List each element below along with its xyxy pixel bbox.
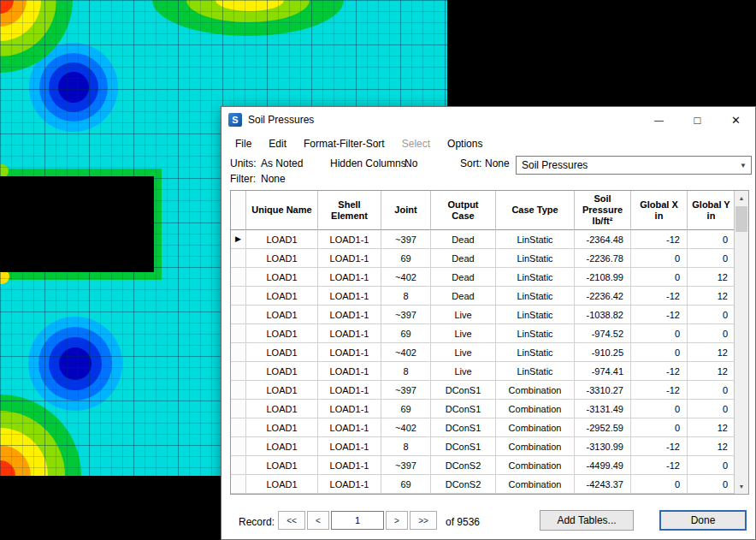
v-scrollbar[interactable]: ▲ ▼ xyxy=(734,191,748,494)
table-cell[interactable]: DConS2 xyxy=(431,475,496,494)
table-cell[interactable]: Combination xyxy=(496,381,575,400)
table-cell[interactable]: DConS1 xyxy=(431,437,496,456)
add-tables-button[interactable]: Add Tables... xyxy=(540,510,634,531)
row-gutter[interactable]: ▶ xyxy=(231,230,246,249)
table-cell[interactable]: -3130.99 xyxy=(575,437,631,456)
last-record-button[interactable]: >> xyxy=(410,511,437,530)
table-cell[interactable]: Combination xyxy=(496,400,575,418)
maximize-button[interactable]: □ xyxy=(678,107,717,133)
table-cell[interactable]: -2236.78 xyxy=(575,249,631,268)
table-cell[interactable]: 12 xyxy=(688,418,735,437)
table-cell[interactable]: Live xyxy=(431,362,496,381)
table-cell[interactable]: LOAD1 xyxy=(246,324,318,343)
record-input[interactable] xyxy=(331,511,384,530)
prev-record-button[interactable]: < xyxy=(307,511,329,530)
table-cell[interactable]: LOAD1-1 xyxy=(318,249,381,268)
row-gutter[interactable] xyxy=(231,418,246,437)
table-cell[interactable]: 0 xyxy=(688,249,735,268)
header-cell[interactable]: Global X in xyxy=(631,191,688,230)
table-cell[interactable]: LOAD1 xyxy=(246,249,318,268)
table-cell[interactable]: Dead xyxy=(431,230,496,249)
table-row[interactable]: ▶LOAD1LOAD1-1~397DeadLinStatic-2364.48-1… xyxy=(231,230,748,249)
table-row[interactable]: LOAD1LOAD1-1~402DeadLinStatic-2108.99012 xyxy=(231,268,748,287)
table-cell[interactable]: -3131.49 xyxy=(575,400,631,418)
table-cell[interactable]: LOAD1 xyxy=(246,306,318,324)
table-cell[interactable]: LOAD1-1 xyxy=(318,418,381,437)
table-cell[interactable]: LOAD1 xyxy=(246,362,318,381)
table-cell[interactable]: ~402 xyxy=(381,418,431,437)
menu-item-edit[interactable]: Edit xyxy=(260,135,295,152)
row-gutter[interactable] xyxy=(231,249,246,268)
table-cell[interactable]: LOAD1-1 xyxy=(318,306,381,324)
table-cell[interactable]: 69 xyxy=(381,324,431,343)
table-cell[interactable]: LinStatic xyxy=(496,268,575,287)
table-cell[interactable]: 0 xyxy=(631,268,688,287)
table-cell[interactable]: 12 xyxy=(688,287,735,306)
table-cell[interactable]: LinStatic xyxy=(496,324,575,343)
table-cell[interactable]: LOAD1-1 xyxy=(318,381,381,400)
scroll-up-button[interactable]: ▲ xyxy=(735,191,748,205)
table-cell[interactable]: 8 xyxy=(381,437,431,456)
table-row[interactable]: LOAD1LOAD1-18DConS1Combination-3130.99-1… xyxy=(231,437,748,456)
table-cell[interactable]: -3310.27 xyxy=(575,381,631,400)
table-row[interactable]: LOAD1LOAD1-169LiveLinStatic-974.5200 xyxy=(231,324,748,343)
row-gutter[interactable] xyxy=(231,381,246,400)
table-cell[interactable]: ~402 xyxy=(381,343,431,362)
table-cell[interactable]: 0 xyxy=(631,324,688,343)
table-cell[interactable]: LinStatic xyxy=(496,343,575,362)
table-cell[interactable]: LinStatic xyxy=(496,230,575,249)
titlebar[interactable]: S Soil Pressures — □ ✕ xyxy=(221,107,755,133)
table-cell[interactable]: Live xyxy=(431,343,496,362)
table-cell[interactable]: LOAD1-1 xyxy=(318,230,381,249)
table-cell[interactable]: ~397 xyxy=(381,456,431,475)
table-cell[interactable]: 69 xyxy=(381,249,431,268)
table-cell[interactable]: LOAD1 xyxy=(246,230,318,249)
table-cell[interactable]: Dead xyxy=(431,249,496,268)
table-cell[interactable]: LOAD1-1 xyxy=(318,362,381,381)
row-gutter[interactable] xyxy=(231,475,246,494)
scroll-thumb[interactable] xyxy=(735,206,747,232)
header-corner-cell[interactable] xyxy=(231,191,246,230)
row-gutter[interactable] xyxy=(231,287,246,306)
first-record-button[interactable]: << xyxy=(278,511,305,530)
table-cell[interactable]: 0 xyxy=(688,324,735,343)
table-cell[interactable]: DConS2 xyxy=(431,456,496,475)
table-cell[interactable]: -12 xyxy=(631,287,688,306)
table-cell[interactable]: LOAD1 xyxy=(246,456,318,475)
scroll-down-button[interactable]: ▼ xyxy=(735,479,748,494)
table-cell[interactable]: -12 xyxy=(631,362,688,381)
table-cell[interactable]: LOAD1-1 xyxy=(318,287,381,306)
table-cell[interactable]: Live xyxy=(431,306,496,324)
table-select-dropdown[interactable]: Soil Pressures ▼ xyxy=(516,156,752,175)
table-row[interactable]: LOAD1LOAD1-1~397DConS1Combination-3310.2… xyxy=(231,381,748,400)
table-cell[interactable]: -974.41 xyxy=(575,362,631,381)
table-cell[interactable]: 12 xyxy=(688,362,735,381)
table-cell[interactable]: 8 xyxy=(381,287,431,306)
row-gutter[interactable] xyxy=(231,306,246,324)
table-cell[interactable]: -12 xyxy=(631,230,688,249)
table-cell[interactable]: 0 xyxy=(688,475,735,494)
row-gutter[interactable] xyxy=(231,343,246,362)
table-cell[interactable]: 12 xyxy=(688,437,735,456)
table-cell[interactable]: Combination xyxy=(496,437,575,456)
table-cell[interactable]: LOAD1-1 xyxy=(318,437,381,456)
table-row[interactable]: LOAD1LOAD1-1~397LiveLinStatic-1038.82-12… xyxy=(231,306,748,324)
table-cell[interactable]: -4243.37 xyxy=(575,475,631,494)
header-cell[interactable]: Shell Element xyxy=(318,191,381,230)
table-cell[interactable]: Dead xyxy=(431,268,496,287)
table-cell[interactable]: LinStatic xyxy=(496,287,575,306)
table-cell[interactable]: -12 xyxy=(631,437,688,456)
header-cell[interactable]: Output Case xyxy=(431,191,496,230)
table-cell[interactable]: Live xyxy=(431,324,496,343)
table-cell[interactable]: LOAD1 xyxy=(246,287,318,306)
header-cell[interactable]: Case Type xyxy=(496,191,575,230)
table-cell[interactable]: 0 xyxy=(688,400,735,418)
table-cell[interactable]: DConS1 xyxy=(431,400,496,418)
table-cell[interactable]: LOAD1-1 xyxy=(318,456,381,475)
row-gutter[interactable] xyxy=(231,324,246,343)
table-cell[interactable]: 8 xyxy=(381,362,431,381)
table-cell[interactable]: Combination xyxy=(496,475,575,494)
table-cell[interactable]: 0 xyxy=(688,381,735,400)
table-cell[interactable]: -974.52 xyxy=(575,324,631,343)
table-cell[interactable]: ~397 xyxy=(381,230,431,249)
